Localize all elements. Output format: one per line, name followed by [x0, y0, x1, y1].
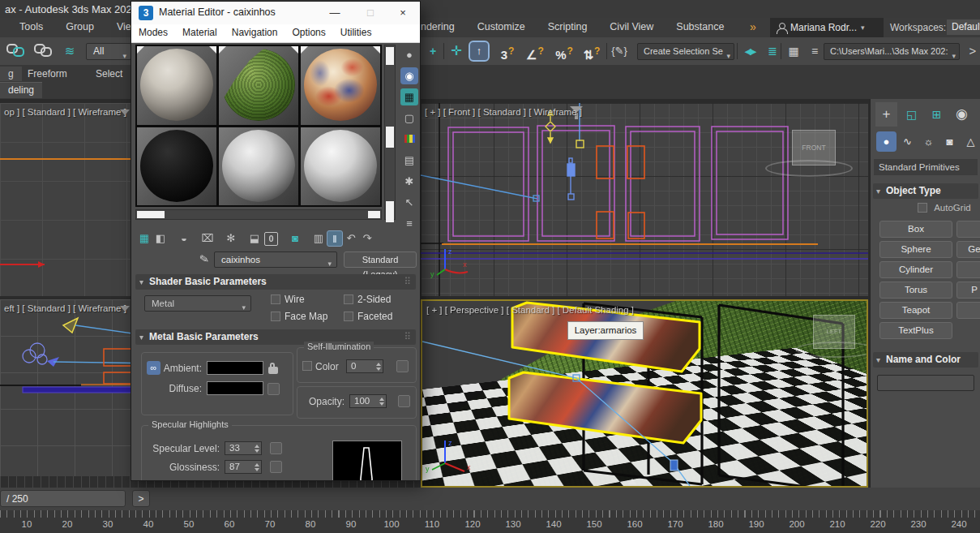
- sample-gray-1[interactable]: [219, 127, 298, 206]
- sample-uv-tiling-icon[interactable]: ▢: [400, 110, 418, 127]
- menu-item-tools[interactable]: Tools: [8, 18, 54, 36]
- options-icon[interactable]: ✱: [400, 173, 418, 190]
- minimize-button[interactable]: —: [321, 2, 349, 24]
- tab-modify-icon[interactable]: ◱: [901, 102, 922, 127]
- viewcube-compass-ring[interactable]: [765, 160, 853, 177]
- menu-item-customize[interactable]: Customize: [466, 18, 537, 36]
- select-and-link-icon[interactable]: [5, 42, 24, 60]
- specular-level-map-button[interactable]: [270, 442, 282, 454]
- subtab-helpers-icon[interactable]: △: [961, 131, 980, 152]
- reset-map-icon[interactable]: ⌧: [199, 230, 216, 247]
- unlink-selection-icon[interactable]: [32, 42, 52, 60]
- edit-named-selection-sets-icon[interactable]: {✎}: [610, 42, 629, 60]
- user-account-menu[interactable]: Mariana Rodr... ▾: [770, 18, 884, 37]
- sample-gray-2[interactable]: [301, 127, 380, 206]
- self-illum-spinner[interactable]: 0: [346, 359, 383, 373]
- me-menu-options[interactable]: Options: [285, 24, 332, 41]
- opacity-spinner[interactable]: 100: [349, 394, 387, 408]
- diffuse-map-button[interactable]: [267, 383, 280, 395]
- glossiness-spinner[interactable]: 87: [225, 460, 262, 474]
- button-torus[interactable]: Torus: [879, 282, 952, 299]
- select-and-move-icon[interactable]: ✛: [447, 42, 466, 60]
- sample-marble[interactable]: [301, 46, 380, 125]
- ribbon-tab-cut[interactable]: g: [0, 67, 22, 81]
- ribbon-tab-freeform[interactable]: Freeform: [19, 67, 75, 81]
- percent-snap-toggle-icon[interactable]: %?: [553, 41, 576, 61]
- viewport-front-label[interactable]: [ + ] [ Front ] [ Standard ] [ Wireframe…: [425, 107, 582, 117]
- button-P[interactable]: P: [956, 282, 980, 299]
- face-map-checkbox[interactable]: [271, 312, 280, 321]
- button-box[interactable]: Box: [879, 221, 952, 238]
- subtab-shapes-icon[interactable]: ∿: [897, 131, 918, 152]
- viewport-top-label[interactable]: op ] [ Standard ] [ Wireframe ]: [4, 107, 126, 117]
- palette-horizontal-scrollbar[interactable]: [135, 209, 382, 220]
- button-cut[interactable]: [956, 221, 980, 238]
- scene-explorer-icon[interactable]: ≡: [805, 42, 824, 60]
- autogrid-checkbox[interactable]: [918, 203, 927, 213]
- maximize-button[interactable]: □: [357, 2, 384, 24]
- me-menu-utilities[interactable]: Utilities: [333, 24, 379, 41]
- sample-concrete[interactable]: [137, 46, 216, 125]
- me-menu-navigation[interactable]: Navigation: [225, 24, 285, 41]
- select-and-place-button[interactable]: ↑: [469, 41, 490, 62]
- glossiness-map-button[interactable]: [270, 461, 282, 473]
- faceted-checkbox[interactable]: [344, 312, 353, 321]
- button-textplus[interactable]: TextPlus: [879, 322, 952, 339]
- background-icon[interactable]: ▦: [400, 88, 418, 105]
- rollout-shader-basic-parameters[interactable]: Shader Basic Parameters: [135, 274, 416, 290]
- viewport-left-label[interactable]: eft ] [ Standard ] [ Wireframe ]: [4, 303, 126, 313]
- lock-ambient-diffuse-icon[interactable]: ∞: [147, 361, 160, 375]
- shader-dropdown[interactable]: Metal▾: [144, 295, 251, 312]
- snap-toggle-3d-icon[interactable]: 3?: [496, 41, 519, 61]
- ribbon-tab-modeling[interactable]: deling: [0, 82, 42, 98]
- button-Ge[interactable]: Ge: [956, 241, 980, 258]
- put-material-to-scene-icon[interactable]: ◧: [152, 230, 169, 247]
- select-by-material-icon[interactable]: ↖: [400, 194, 418, 211]
- viewport-front[interactable]: [ + ] [ Front ] [ Standard ] [ Wireframe…: [421, 103, 868, 296]
- diffuse-color-swatch[interactable]: [207, 381, 263, 395]
- make-material-copy-icon[interactable]: ✻: [223, 230, 239, 247]
- material-type-button[interactable]: Standard (Legacy): [344, 251, 417, 268]
- rollout-object-type[interactable]: Object Type: [873, 183, 978, 199]
- timeline-ruler[interactable]: 1020304050607080901001101201301401501601…: [0, 510, 980, 533]
- close-button[interactable]: ×: [389, 2, 417, 24]
- toolbar-overflow-arrow[interactable]: >: [963, 42, 980, 60]
- show-end-result-icon[interactable]: ‖: [327, 230, 343, 247]
- sample-type-icon[interactable]: ●: [400, 46, 418, 63]
- mirror-icon[interactable]: ◀▶: [740, 42, 760, 60]
- go-forward-to-sibling-icon[interactable]: ↷: [359, 230, 375, 247]
- tab-motion-icon[interactable]: ◉: [951, 102, 973, 127]
- workspace-selector[interactable]: Default: [947, 19, 980, 35]
- lock-icon[interactable]: [268, 367, 278, 374]
- 2-sided-checkbox[interactable]: [344, 294, 353, 304]
- tab-hierarchy-icon[interactable]: ⊞: [926, 102, 948, 127]
- object-name-field[interactable]: [877, 375, 974, 391]
- viewcube-compass-ring[interactable]: [795, 342, 868, 358]
- material-id-channel-icon[interactable]: 0: [264, 232, 278, 246]
- ambient-color-swatch[interactable]: [207, 361, 263, 375]
- subtab-cameras-icon[interactable]: ◙: [939, 131, 960, 152]
- go-to-parent-icon[interactable]: ↶: [343, 230, 359, 247]
- button-teapot[interactable]: Teapot: [879, 302, 952, 319]
- named-selection-sets-dropdown[interactable]: Create Selection Se▾: [637, 43, 734, 60]
- angle-snap-toggle-icon[interactable]: ∠?: [524, 41, 546, 61]
- put-to-library-icon[interactable]: ⬓: [246, 230, 263, 247]
- viewport-perspective-label[interactable]: [ + ] [ Perspective ] [ Standard ] [ Def…: [426, 305, 634, 315]
- menu-item-scripting[interactable]: Scripting: [537, 18, 599, 36]
- video-color-check-icon[interactable]: [400, 131, 418, 148]
- me-menu-material[interactable]: Material: [175, 24, 225, 41]
- viewport-perspective[interactable]: z x y [ + ] [ Perspective ] [ Standard ]…: [421, 299, 868, 488]
- opacity-map-button[interactable]: [398, 395, 410, 407]
- sample-grass[interactable]: [219, 46, 298, 125]
- ribbon-tab-select[interactable]: Select: [88, 67, 131, 81]
- layer-explorer-icon[interactable]: ▦: [784, 42, 803, 60]
- backlight-icon[interactable]: ◉: [400, 67, 418, 84]
- subtab-lights-icon[interactable]: ☼: [918, 131, 939, 152]
- button-cut[interactable]: [956, 261, 980, 278]
- assign-material-to-selection-icon[interactable]: ◒: [176, 230, 192, 247]
- menu-overflow-chevrons[interactable]: »: [750, 20, 755, 33]
- menu-item-group[interactable]: Group: [54, 18, 105, 36]
- align-icon[interactable]: ≣: [763, 42, 782, 60]
- material-name-dropdown[interactable]: caixinhos▾: [214, 251, 337, 268]
- get-material-icon[interactable]: ▦: [136, 230, 152, 247]
